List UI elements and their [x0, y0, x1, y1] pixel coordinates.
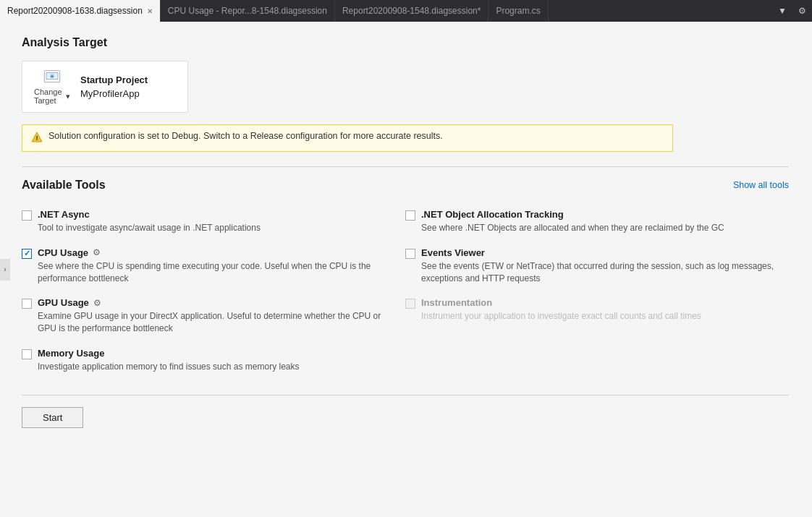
memory-usage-desc: Investigate application memory to find i… — [38, 361, 397, 373]
events-viewer-label: Events Viewer — [421, 247, 485, 258]
tools-grid: .NET Async Tool to investigate async/awa… — [22, 203, 789, 380]
tool-placeholder-right — [405, 342, 789, 380]
analysis-target-title: Analysis Target — [22, 36, 790, 49]
gpu-usage-body: GPU Usage ⚙ Examine GPU usage in your Di… — [38, 297, 397, 335]
warning-box: ! Solution configuration is set to Debug… — [22, 124, 673, 152]
tool-instrumentation: Instrumentation Instrument your applicat… — [405, 291, 789, 342]
net-object-alloc-checkbox[interactable] — [405, 210, 415, 221]
tab-label: CPU Usage - Repor...8-1548.diagsession — [168, 6, 327, 16]
net-async-desc: Tool to investigate async/await usage in… — [38, 222, 397, 234]
section-divider — [22, 166, 789, 167]
memory-usage-checkbox[interactable] — [22, 349, 32, 359]
instrumentation-name-row: Instrumentation — [421, 297, 780, 308]
cpu-usage-desc: See where the CPU is spending time execu… — [38, 260, 397, 285]
net-object-alloc-name-row: .NET Object Allocation Tracking — [421, 209, 780, 220]
tools-header: Available Tools Show all tools — [22, 179, 789, 192]
cpu-usage-checkbox[interactable] — [22, 249, 32, 259]
net-async-body: .NET Async Tool to investigate async/awa… — [38, 209, 397, 234]
tab-overflow[interactable]: ▼ — [772, 6, 792, 16]
target-info: Startup Project MyProfilerApp — [80, 74, 148, 99]
content-area: Analysis Target Change Target ▾ Startup … — [22, 36, 790, 428]
cpu-usage-gear-icon[interactable]: ⚙ — [93, 247, 101, 257]
available-tools-title: Available Tools — [22, 179, 106, 192]
net-async-name-row: .NET Async — [38, 209, 397, 220]
memory-usage-name-row: Memory Usage — [38, 348, 397, 359]
tab-report-1548-star[interactable]: Report20200908-1548.diagsession* — [335, 0, 489, 22]
target-icon: Change Target ▾ — [34, 69, 70, 105]
gpu-usage-desc: Examine GPU usage in your DirectX applic… — [38, 310, 397, 335]
memory-usage-body: Memory Usage Investigate application mem… — [38, 348, 397, 373]
instrumentation-label: Instrumentation — [421, 297, 492, 308]
gpu-usage-gear-icon[interactable]: ⚙ — [93, 298, 101, 308]
events-viewer-name-row: Events Viewer — [421, 247, 780, 258]
net-object-alloc-desc: See where .NET Objects are allocated and… — [421, 222, 780, 234]
cpu-usage-label: CPU Usage — [38, 247, 88, 258]
svg-point-2 — [50, 74, 54, 77]
dropdown-arrow-icon: ▾ — [66, 92, 70, 101]
tab-program-cs[interactable]: Program.cs — [489, 0, 548, 22]
sidebar-toggle[interactable]: › — [0, 259, 10, 281]
warning-icon: ! — [31, 132, 43, 145]
gpu-usage-checkbox[interactable] — [22, 299, 32, 309]
net-async-label: .NET Async — [38, 209, 90, 220]
chevron-down-icon: ▼ — [778, 6, 787, 16]
tab-report-1548[interactable]: CPU Usage - Repor...8-1548.diagsession — [161, 0, 335, 22]
tool-cpu-usage: CPU Usage ⚙ See where the CPU is spendin… — [22, 242, 405, 292]
tool-memory-usage: Memory Usage Investigate application mem… — [22, 342, 405, 380]
tab-label: Report20200908-1548.diagsession* — [342, 6, 481, 16]
gpu-usage-label: GPU Usage — [38, 297, 89, 308]
start-button[interactable]: Start — [22, 407, 83, 428]
settings-icon[interactable]: ⚙ — [792, 6, 812, 16]
tab-label: Report20200908-1638.diagsession — [7, 6, 143, 16]
cpu-usage-body: CPU Usage ⚙ See where the CPU is spendin… — [38, 247, 397, 285]
memory-usage-label: Memory Usage — [38, 348, 104, 359]
net-async-checkbox[interactable] — [22, 210, 32, 221]
change-target-button[interactable]: Change Target ▾ Startup Project MyProfil… — [22, 61, 188, 113]
instrumentation-desc: Instrument your application to investiga… — [421, 310, 780, 322]
tool-gpu-usage: GPU Usage ⚙ Examine GPU usage in your Di… — [22, 291, 405, 342]
tab-cpu-usage[interactable]: Report20200908-1638.diagsession ✕ — [0, 0, 161, 22]
show-all-tools-link[interactable]: Show all tools — [733, 180, 789, 190]
svg-text:!: ! — [36, 134, 38, 142]
instrumentation-checkbox — [405, 299, 415, 309]
change-target-label: Change Target ▾ — [34, 87, 70, 105]
instrumentation-body: Instrumentation Instrument your applicat… — [421, 297, 780, 322]
cpu-usage-name-row: CPU Usage ⚙ — [38, 247, 397, 258]
tab-close-icon[interactable]: ✕ — [147, 7, 153, 15]
tool-events-viewer: Events Viewer See the events (ETW or Net… — [405, 242, 789, 292]
bottom-section: Start — [22, 395, 789, 428]
net-object-alloc-label: .NET Object Allocation Tracking — [421, 209, 564, 220]
net-object-alloc-body: .NET Object Allocation Tracking See wher… — [421, 209, 780, 234]
titlebar: Report20200908-1638.diagsession ✕ CPU Us… — [0, 0, 812, 22]
tool-net-object-alloc: .NET Object Allocation Tracking See wher… — [405, 203, 789, 242]
gpu-usage-name-row: GPU Usage ⚙ — [38, 297, 397, 308]
tab-label: Program.cs — [496, 6, 540, 16]
events-viewer-body: Events Viewer See the events (ETW or Net… — [421, 247, 780, 285]
project-name: MyProfilerApp — [80, 88, 148, 99]
warning-message: Solution configuration is set to Debug. … — [48, 131, 443, 141]
tool-net-async: .NET Async Tool to investigate async/awa… — [22, 203, 405, 242]
project-label: Startup Project — [80, 74, 148, 85]
events-viewer-checkbox[interactable] — [405, 249, 415, 259]
events-viewer-desc: See the events (ETW or NetTrace) that oc… — [421, 260, 780, 285]
main-content: › Analysis Target Change Target ▾ Startu… — [0, 22, 812, 517]
